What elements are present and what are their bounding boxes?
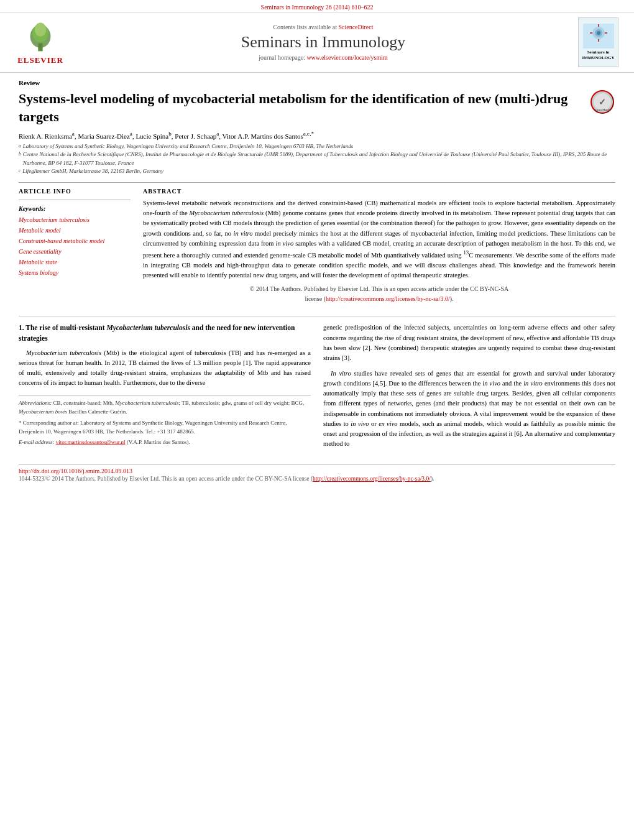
cc-license-link[interactable]: http://creativecommons.org/licenses/by-n… [326,295,450,302]
article-info-section: ARTICLE INFO Keywords: Mycobacterium tub… [19,188,131,304]
section-type-label: Review [19,79,615,86]
contents-line: Contents lists available at ScienceDirec… [68,24,578,30]
svg-text:✓: ✓ [599,98,606,107]
issn-line: 1044-5323/© 2014 The Authors. Published … [19,476,615,482]
keyword-4: Gene essentiality [19,246,131,257]
affiliation-b: b Centre National de la Recherche Scient… [19,150,615,167]
keyword-3: Constraint-based metabolic model [19,236,131,246]
abstract-text: Systems-level metabolic network reconstr… [143,198,615,304]
doi-anchor[interactable]: http://dx.doi.org/10.1016/j.smim.2014.09… [19,468,132,474]
abstract-heading: ABSTRACT [143,188,615,195]
elsevier-logo: ELSEVIER [12,19,68,65]
keyword-6: Systems biology [19,267,131,278]
keyword-2: Metabolic model [19,225,131,236]
section1-title: 1. The rise of multi-resistant Mycobacte… [19,323,311,343]
journal-cover: Seminars inIMMUNOLOGY [578,17,622,67]
issn-cc-link[interactable]: http://creativecommons.org/licenses/by-n… [313,476,431,482]
affiliations: a Laboratory of Systems and Synthetic Bi… [19,142,615,176]
body-section: 1. The rise of multi-resistant Mycobacte… [19,316,615,481]
affiliation-c: c Lifeglimmer GmbH, Markelstrasse 38, 12… [19,167,615,176]
sciencedirect-link[interactable]: ScienceDirect [338,24,373,30]
homepage-line: journal homepage: www.elsevier.com/locat… [68,54,578,61]
authors-line: Rienk A. Rienksmaa, Maria Suarez-Dieza, … [19,131,615,140]
footnote-abbreviations: Abbreviations: CB, constraint-based; Mtb… [19,399,311,417]
body-right-col: genetic predisposition of the infected s… [323,323,615,454]
keywords-list: Mycobacterium tuberculosis Metabolic mod… [19,215,131,278]
divider [19,182,615,183]
citation-text: Seminars in Immunology 26 (2014) 610–622 [261,4,374,11]
article-title-row: Systems-level modeling of mycobacterial … [19,90,615,126]
cover-box: Seminars inIMMUNOLOGY [578,17,618,67]
keywords-label: Keywords: [19,205,131,212]
cover-image-icon [583,24,614,48]
affiliation-a: a Laboratory of Systems and Synthetic Bi… [19,142,615,151]
footnotes: Abbreviations: CB, constraint-based; Mtb… [19,395,311,447]
keyword-5: Metabolic state [19,257,131,267]
article-info-heading: ARTICLE INFO [19,188,131,195]
doi-link: http://dx.doi.org/10.1016/j.smim.2014.09… [19,468,615,474]
svg-text:CrossMark: CrossMark [595,108,610,111]
email-link[interactable]: vitor.martinsdossantos@wur.nl [56,439,126,445]
keyword-1: Mycobacterium tuberculosis [19,215,131,225]
abstract-section: ABSTRACT Systems-level metabolic network… [143,188,615,304]
bottom-info: http://dx.doi.org/10.1016/j.smim.2014.09… [19,464,615,482]
article-info-abstract-section: ARTICLE INFO Keywords: Mycobacterium tub… [19,188,615,304]
journal-name: Seminars in Immunology [68,33,578,52]
body-left-col: 1. The rise of multi-resistant Mycobacte… [19,323,311,454]
homepage-link[interactable]: www.elsevier.com/locate/ysmim [306,54,387,61]
journal-header: ELSEVIER Contents lists available at Sci… [0,12,634,73]
journal-title-block: Contents lists available at ScienceDirec… [68,24,578,61]
article-info-divider [19,200,131,200]
main-content: Review Systems-level modeling of mycobac… [0,73,634,488]
cover-label: Seminars inIMMUNOLOGY [582,50,614,61]
journal-citation: Seminars in Immunology 26 (2014) 610–622 [0,0,634,12]
crossmark-badge: ✓ CrossMark [590,90,615,115]
footnote-corresponding: * Corresponding author at: Laboratory of… [19,418,311,436]
section1-right-text: genetic predisposition of the infected s… [323,323,615,449]
copyright-line: © 2014 The Authors. Published by Elsevie… [143,284,615,303]
crossmark-icon: ✓ CrossMark [590,90,614,114]
body-two-col: 1. The rise of multi-resistant Mycobacte… [19,323,615,454]
svg-point-7 [597,31,600,35]
article-title: Systems-level modeling of mycobacterial … [19,90,584,126]
svg-point-3 [35,23,46,37]
elsevier-tree-icon [22,19,59,53]
elsevier-label: ELSEVIER [17,55,63,65]
footnote-email: E-mail address: vitor.martinsdossantos@w… [19,438,311,446]
section1-left-text: Mycobacterium tuberculosis (Mtb) is the … [19,348,311,389]
